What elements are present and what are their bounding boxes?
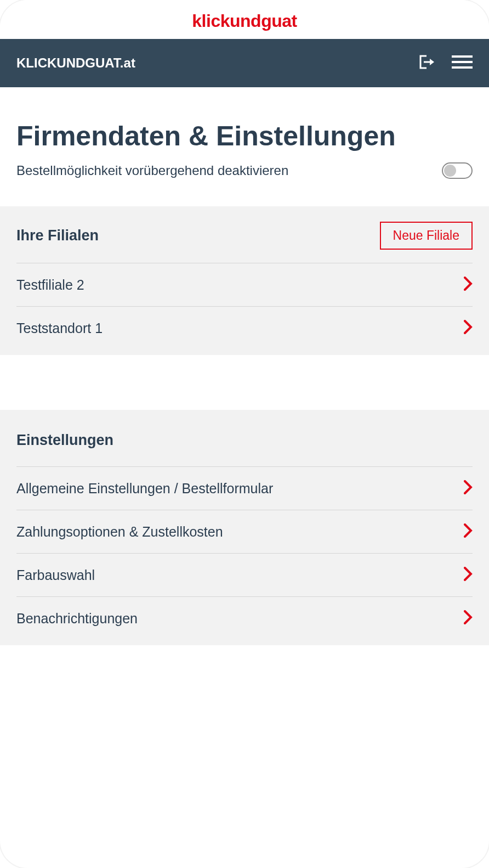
settings-item-label: Zahlungsoptionen & Zustellkosten [16, 524, 223, 540]
chevron-right-icon [464, 320, 473, 336]
section-gap [0, 355, 489, 410]
branch-item[interactable]: Teststandort 1 [16, 306, 473, 350]
nav-icons [419, 54, 473, 72]
logout-icon[interactable] [419, 54, 435, 72]
new-branch-button[interactable]: Neue Filiale [380, 222, 473, 250]
brand-logo: klickundguat [0, 11, 489, 31]
settings-section: Einstellungen Allgemeine Einstellungen /… [0, 410, 489, 645]
nav-domain-label: KLICKUNDGUAT.at [16, 55, 135, 71]
phone-frame: klickundguat KLICKUNDGUAT.at Firmendat [0, 0, 489, 868]
settings-item-general[interactable]: Allgemeine Einstellungen / Bestellformul… [16, 466, 473, 510]
settings-item-colors[interactable]: Farbauswahl [16, 553, 473, 596]
settings-item-label: Farbauswahl [16, 567, 95, 583]
branches-title: Ihre Filialen [16, 227, 99, 244]
branches-section-header: Ihre Filialen Neue Filiale [16, 222, 473, 263]
svg-rect-0 [452, 55, 473, 58]
chevron-right-icon [464, 610, 473, 627]
branches-section: Ihre Filialen Neue Filiale Testfiliale 2… [0, 206, 489, 355]
settings-item-label: Benachrichtigungen [16, 611, 138, 627]
svg-rect-1 [452, 61, 473, 63]
svg-rect-2 [452, 66, 473, 69]
nav-bar: KLICKUNDGUAT.at [0, 39, 489, 87]
order-deactivate-toggle[interactable] [442, 162, 473, 179]
settings-item-payment[interactable]: Zahlungsoptionen & Zustellkosten [16, 510, 473, 553]
chevron-right-icon [464, 567, 473, 583]
branch-item-label: Testfiliale 2 [16, 277, 84, 293]
branch-item-label: Teststandort 1 [16, 320, 103, 336]
hamburger-icon[interactable] [452, 54, 473, 72]
settings-section-header: Einstellungen [16, 432, 473, 466]
settings-item-notifications[interactable]: Benachrichtigungen [16, 596, 473, 640]
settings-item-label: Allgemeine Einstellungen / Bestellformul… [16, 481, 273, 497]
brand-header: klickundguat [0, 0, 489, 39]
toggle-row: Bestellmöglichkeit vorübergehend deaktiv… [16, 162, 473, 179]
toggle-knob [444, 165, 456, 177]
main-content: Firmendaten & Einstellungen Bestellmögli… [0, 87, 489, 206]
branch-item[interactable]: Testfiliale 2 [16, 263, 473, 306]
page-title: Firmendaten & Einstellungen [16, 120, 473, 153]
chevron-right-icon [464, 523, 473, 540]
settings-title: Einstellungen [16, 432, 113, 449]
toggle-label: Bestellmöglichkeit vorübergehend deaktiv… [16, 163, 431, 178]
chevron-right-icon [464, 277, 473, 293]
chevron-right-icon [464, 480, 473, 497]
